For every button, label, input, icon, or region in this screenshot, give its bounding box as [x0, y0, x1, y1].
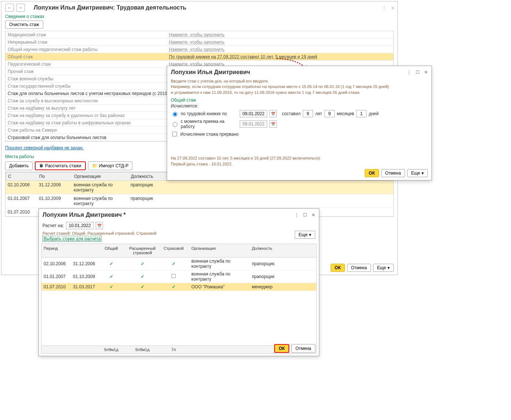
dialog2-more-button[interactable]: Еще ▾: [295, 231, 315, 239]
stage-value[interactable]: Нажмите, чтобы заполнить: [167, 47, 393, 52]
stage-value[interactable]: Нажмите, чтобы заполнить: [167, 40, 393, 45]
calc-row[interactable]: 02.10.200631.12.2006✓✓✓военная служба по…: [41, 258, 316, 270]
window-title: Лопухин Илья Дмитриевич: Трудовая деятел…: [34, 4, 186, 11]
clear-stage-button[interactable]: Очистить стаж: [5, 21, 43, 29]
months-input[interactable]: [324, 110, 335, 117]
ok-button[interactable]: ОК: [331, 264, 345, 272]
stage-label: Страховой стаж для оплаты больничных лис…: [5, 135, 167, 140]
dialog1-more-button[interactable]: Еще ▾: [407, 169, 428, 177]
nav-forward-button[interactable]: →: [16, 4, 25, 12]
radio-by-book-label: по трудовой книжке по: [181, 111, 238, 116]
hint-line-2: Например, если сотрудник сотрудник отраб…: [171, 84, 428, 90]
checkmark-icon[interactable]: ✓: [141, 274, 144, 276]
stage-label: Стаж военной службы: [5, 76, 167, 81]
dialog2-close-icon[interactable]: ✕: [312, 212, 315, 218]
cell: 01.07.2010: [5, 208, 37, 216]
stage-row[interactable]: Общий стажПо трудовой книжке на 27.09.20…: [5, 53, 393, 61]
nav-back-button[interactable]: ←: [5, 4, 14, 12]
choose-stages-link[interactable]: Выбрать стажи для расчета: [43, 236, 102, 242]
made-label: составил: [282, 111, 301, 116]
dialog1-close-icon[interactable]: ✕: [424, 70, 428, 75]
close-icon[interactable]: ×: [391, 5, 394, 11]
col-extended: Расширенный страховой: [127, 244, 158, 257]
chevron-down-icon: ▾: [422, 171, 424, 176]
stage-row[interactable]: Непрерывный стажНажмите, чтобы заполнить: [5, 39, 393, 46]
calc-on-date-input[interactable]: [66, 222, 93, 229]
stage-row[interactable]: Общий научно-педагогический стаж работыН…: [5, 46, 393, 53]
checkmark-icon[interactable]: ✓: [172, 261, 176, 266]
dialog2-maximize-icon[interactable]: ☐: [303, 212, 307, 218]
date-from-hire-input: [240, 120, 267, 128]
cell: прапорщик: [128, 194, 210, 208]
dialog2-more-icon[interactable]: ⋮: [294, 212, 299, 218]
stage-label: Непрерывный стаж: [5, 40, 167, 45]
calc-on-label: Расчет на:: [43, 223, 64, 228]
cell: [158, 273, 189, 276]
stage-label: Общий стаж: [5, 54, 167, 59]
folder-icon: 📁: [92, 163, 98, 168]
chevron-down-icon: ▾: [309, 232, 311, 237]
job-row[interactable]: 01.01.200701.10.2009военная служба по ко…: [5, 194, 393, 208]
col-pos: Должность: [250, 244, 306, 257]
radio-from-hire-label: с момента приема на работу: [181, 119, 238, 129]
stage-label: Общий научно-педагогический стаж работы: [5, 47, 167, 52]
stages-section-title: Сведения о стажах: [1, 14, 397, 20]
calc-row[interactable]: 01.01.200701.10.2009✓✓военная служба по …: [41, 270, 316, 276]
calculate-stages-button[interactable]: 🖩 Рассчитать стажи: [35, 161, 86, 170]
checkmark-icon[interactable]: ✓: [141, 261, 144, 266]
status-line-1: На 27.09.2022 составил 10 лет, 5 месяцев…: [171, 156, 428, 161]
radio-by-book[interactable]: [173, 112, 177, 117]
dialog1-ok-button[interactable]: ОК: [365, 169, 379, 177]
cancel-button[interactable]: Отмена: [347, 264, 371, 272]
cell: 31.12.2006: [37, 181, 71, 194]
years-label: лет: [315, 111, 322, 116]
calendar-icon[interactable]: 📅: [269, 110, 277, 117]
cell: ✓: [127, 273, 158, 276]
dialog1-cancel-button[interactable]: Отмена: [381, 169, 405, 177]
job-row[interactable]: 02.10.200631.12.2006военная служба по ко…: [5, 181, 393, 194]
add-job-button[interactable]: Добавить: [5, 161, 33, 170]
calculate-stages-dialog: Лопухин Илья Дмитриевич * ⋮ ☐ ✕ Расчет н…: [38, 208, 319, 276]
days-input[interactable]: [356, 110, 367, 117]
more-button[interactable]: Еще ▾: [373, 264, 394, 272]
calc-table-header: Период Общий Расширенный страховой Страх…: [41, 244, 316, 258]
dialog1-maximize-icon[interactable]: ☐: [416, 70, 420, 75]
interrupted-checkbox[interactable]: [172, 132, 177, 136]
interrupted-label: Исчисление стажа прервано: [180, 132, 239, 137]
stage-label: Стаж государственной службы: [5, 84, 167, 89]
stage-label: Стаж на надбавку за стаж работы в шифров…: [5, 120, 167, 125]
col-insurance: Страховой: [158, 244, 189, 257]
cell-pos: прапорщик: [250, 273, 306, 276]
years-input[interactable]: [303, 110, 313, 117]
stage-edit-dialog: Лопухин Илья Дмитриевич ⋮ ☐ ✕ Вводите ст…: [167, 66, 432, 180]
stage-label: Прочий стаж: [5, 69, 167, 74]
toolbar: ← → Лопухин Илья Дмитриевич: Трудовая де…: [1, 1, 397, 14]
col-org: Организация: [189, 244, 250, 257]
status-line-2: Первый день стажа - 10.01.2022.: [171, 161, 428, 167]
dialog2-header: Лопухин Илья Дмитриевич * ⋮ ☐ ✕: [39, 209, 319, 221]
more-icon[interactable]: ⋮: [382, 5, 386, 10]
stage-row[interactable]: Медицинский стажНажмите, чтобы заполнить: [5, 31, 393, 39]
calc-table: Период Общий Расширенный страховой Страх…: [41, 244, 317, 276]
cell: ✓: [96, 273, 127, 276]
dialog1-title: Лопухин Илья Дмитриевич: [171, 69, 407, 76]
checkmark-icon[interactable]: ✓: [110, 261, 113, 266]
dialog1-header: Лопухин Илья Дмитриевич ⋮ ☐ ✕: [167, 66, 431, 78]
col-from: С: [6, 172, 37, 180]
col-org: Организация: [72, 172, 129, 180]
north-percent-link[interactable]: Процент северной надбавки не задан.: [5, 145, 84, 150]
radio-from-hire[interactable]: [173, 122, 177, 127]
stage-value[interactable]: Нажмите, чтобы заполнить: [167, 32, 393, 37]
checkmark-icon[interactable]: ✓: [110, 274, 113, 276]
col-period: Период: [41, 244, 96, 257]
calendar-icon[interactable]: 📅: [96, 222, 103, 229]
cell: 01.10.2009: [37, 194, 71, 208]
chevron-down-icon: ▾: [387, 265, 390, 270]
cell: ✓: [127, 260, 158, 267]
date-by-book-input[interactable]: [240, 110, 267, 117]
stage-label: Стаж за службу в высокогорных местностях: [5, 98, 167, 103]
import-std-button[interactable]: 📁 Импорт СТД-Р: [88, 161, 133, 170]
empty-checkbox[interactable]: [172, 274, 176, 276]
cell-pos: прапорщик: [250, 260, 306, 267]
dialog1-more-icon[interactable]: ⋮: [407, 70, 411, 75]
